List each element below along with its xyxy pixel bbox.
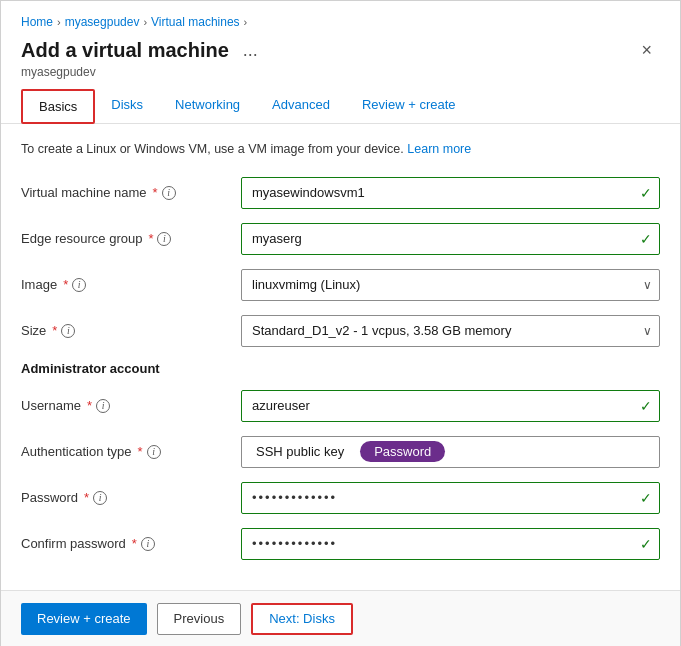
image-info-icon[interactable]: i xyxy=(72,278,86,292)
edge-rg-input[interactable] xyxy=(241,223,660,255)
breadcrumb-vms[interactable]: Virtual machines xyxy=(151,15,240,29)
confirm-password-info-icon[interactable]: i xyxy=(141,537,155,551)
image-select[interactable]: linuxvmimg (Linux) xyxy=(241,269,660,301)
vm-name-row: Virtual machine name * i ✓ xyxy=(21,177,660,209)
vm-name-input[interactable] xyxy=(241,177,660,209)
confirm-password-input[interactable] xyxy=(241,528,660,560)
size-label: Size xyxy=(21,323,46,338)
size-row: Size * i Standard_D1_v2 - 1 vcpus, 3.58 … xyxy=(21,315,660,347)
auth-ssh-option[interactable]: SSH public key xyxy=(242,439,358,464)
auth-type-required: * xyxy=(138,444,143,459)
dialog-title: Add a virtual machine xyxy=(21,39,229,62)
username-input[interactable] xyxy=(241,390,660,422)
password-info-icon[interactable]: i xyxy=(93,491,107,505)
tab-review-create[interactable]: Review + create xyxy=(346,89,472,123)
breadcrumb-device[interactable]: myasegpudev xyxy=(65,15,140,29)
password-required: * xyxy=(84,490,89,505)
confirm-password-required: * xyxy=(132,536,137,551)
size-select[interactable]: Standard_D1_v2 - 1 vcpus, 3.58 GB memory xyxy=(241,315,660,347)
breadcrumb: Home › myasegpudev › Virtual machines › xyxy=(21,15,660,29)
username-row: Username * i ✓ xyxy=(21,390,660,422)
previous-button[interactable]: Previous xyxy=(157,603,242,635)
title-row: Add a virtual machine ... × xyxy=(21,37,660,63)
size-info-icon[interactable]: i xyxy=(61,324,75,338)
dialog-footer: Review + create Previous Next: Disks xyxy=(1,590,680,646)
tabs-container: Basics Disks Networking Advanced Review … xyxy=(21,89,660,123)
vm-name-check-icon: ✓ xyxy=(640,185,652,201)
learn-more-link[interactable]: Learn more xyxy=(407,142,471,156)
auth-type-label: Authentication type xyxy=(21,444,132,459)
tab-advanced[interactable]: Advanced xyxy=(256,89,346,123)
image-required: * xyxy=(63,277,68,292)
admin-section-title: Administrator account xyxy=(21,361,660,376)
username-info-icon[interactable]: i xyxy=(96,399,110,413)
ellipsis-button[interactable]: ... xyxy=(237,38,264,63)
close-button[interactable]: × xyxy=(633,37,660,63)
edge-resource-group-row: Edge resource group * i ✓ xyxy=(21,223,660,255)
dialog-header: Home › myasegpudev › Virtual machines › … xyxy=(1,1,680,124)
image-label: Image xyxy=(21,277,57,292)
edge-rg-label: Edge resource group xyxy=(21,231,142,246)
confirm-password-label: Confirm password xyxy=(21,536,126,551)
confirm-password-row: Confirm password * i ✓ xyxy=(21,528,660,560)
tab-disks[interactable]: Disks xyxy=(95,89,159,123)
auth-type-info-icon[interactable]: i xyxy=(147,445,161,459)
password-check-icon: ✓ xyxy=(640,490,652,506)
username-label: Username xyxy=(21,398,81,413)
info-text: To create a Linux or Windows VM, use a V… xyxy=(21,140,660,159)
size-required: * xyxy=(52,323,57,338)
password-input[interactable] xyxy=(241,482,660,514)
auth-type-row: Authentication type * i SSH public key P… xyxy=(21,436,660,468)
tab-networking[interactable]: Networking xyxy=(159,89,256,123)
tab-basics[interactable]: Basics xyxy=(21,89,95,124)
edge-rg-check-icon: ✓ xyxy=(640,231,652,247)
edge-rg-info-icon[interactable]: i xyxy=(157,232,171,246)
next-disks-button[interactable]: Next: Disks xyxy=(251,603,353,635)
breadcrumb-home[interactable]: Home xyxy=(21,15,53,29)
dialog-body: To create a Linux or Windows VM, use a V… xyxy=(1,124,680,590)
dialog-subtitle: myasegpudev xyxy=(21,65,660,79)
username-check-icon: ✓ xyxy=(640,398,652,414)
password-row: Password * i ✓ xyxy=(21,482,660,514)
auth-password-option[interactable]: Password xyxy=(360,441,445,462)
vm-name-info-icon[interactable]: i xyxy=(162,186,176,200)
edge-rg-required: * xyxy=(148,231,153,246)
username-required: * xyxy=(87,398,92,413)
confirm-password-check-icon: ✓ xyxy=(640,536,652,552)
password-label: Password xyxy=(21,490,78,505)
review-create-button[interactable]: Review + create xyxy=(21,603,147,635)
vm-name-label: Virtual machine name xyxy=(21,185,147,200)
add-vm-dialog: Home › myasegpudev › Virtual machines › … xyxy=(0,0,681,646)
auth-toggle: SSH public key Password xyxy=(241,436,660,468)
vm-name-required: * xyxy=(153,185,158,200)
image-row: Image * i linuxvmimg (Linux) ∨ xyxy=(21,269,660,301)
